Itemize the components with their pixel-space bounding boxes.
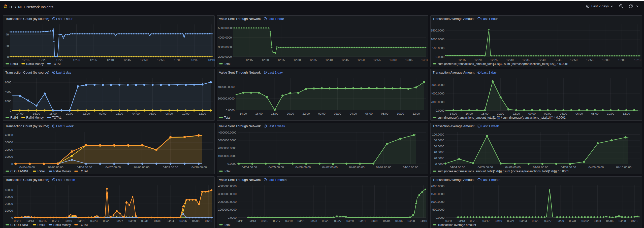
svg-text:0.0000: 0.0000 bbox=[228, 216, 237, 219]
svg-text:CLOUD-NINE: CLOUD-NINE bbox=[10, 170, 29, 173]
svg-text:03/21: 03/21 bbox=[507, 219, 514, 222]
svg-text:04/07 00:00: 04/07 00:00 bbox=[106, 166, 121, 169]
svg-text:04/02: 04/02 bbox=[371, 219, 378, 222]
svg-text:12:25: 12:25 bbox=[56, 58, 63, 61]
svg-text:Last 1 day: Last 1 day bbox=[481, 71, 497, 74]
svg-text:04/06 00:00: 04/06 00:00 bbox=[505, 166, 521, 169]
svg-text:12:15: 12:15 bbox=[22, 58, 29, 61]
svg-text:16:00: 16:00 bbox=[33, 112, 40, 115]
svg-text:03/31: 03/31 bbox=[359, 219, 366, 222]
svg-text:18:00: 18:00 bbox=[49, 112, 57, 115]
svg-text:12:55: 12:55 bbox=[157, 58, 165, 61]
svg-text:80.0000: 80.0000 bbox=[434, 139, 444, 142]
svg-text:4000000.0000: 4000000.0000 bbox=[218, 131, 236, 134]
svg-text:04/06 00:00: 04/06 00:00 bbox=[295, 166, 311, 169]
svg-text:Last 1 week: Last 1 week bbox=[56, 124, 74, 128]
svg-text:12:35: 12:35 bbox=[522, 58, 530, 61]
svg-text:03/29: 03/29 bbox=[128, 219, 136, 222]
svg-text:Last 1 month: Last 1 month bbox=[481, 178, 500, 182]
svg-text:04/10 00:00: 04/10 00:00 bbox=[191, 166, 207, 169]
svg-text:04/08 00:00: 04/08 00:00 bbox=[349, 166, 365, 169]
svg-text:00:00: 00:00 bbox=[528, 112, 536, 115]
svg-text:03/13: 03/13 bbox=[27, 219, 34, 222]
svg-text:0: 0 bbox=[11, 162, 13, 166]
svg-text:03/31: 03/31 bbox=[141, 219, 149, 222]
svg-text:12:15: 12:15 bbox=[458, 58, 466, 61]
svg-text:0.0000: 0.0000 bbox=[435, 163, 444, 166]
svg-text:Total: Total bbox=[224, 223, 230, 227]
svg-text:02:00: 02:00 bbox=[116, 112, 123, 115]
svg-text:Value Sent Through Network: Value Sent Through Network bbox=[219, 178, 261, 182]
svg-text:12:30: 12:30 bbox=[506, 58, 514, 61]
svg-text:12:25: 12:25 bbox=[277, 58, 285, 61]
svg-text:sum (increase(transactions_amo: sum (increase(transactions_amount_total[… bbox=[438, 116, 566, 119]
svg-text:0.0000: 0.0000 bbox=[228, 162, 236, 165]
svg-text:2000.0000: 2000.0000 bbox=[431, 185, 444, 188]
svg-text:00:00: 00:00 bbox=[318, 112, 326, 115]
svg-text:03/25: 03/25 bbox=[103, 219, 110, 222]
svg-text:22:00: 22:00 bbox=[513, 112, 520, 115]
svg-text:00:00: 00:00 bbox=[99, 112, 107, 115]
svg-text:04/09 00:00: 04/09 00:00 bbox=[376, 166, 392, 169]
svg-text:02:00: 02:00 bbox=[334, 112, 341, 115]
svg-text:03/29: 03/29 bbox=[557, 219, 564, 222]
svg-text:20000: 20000 bbox=[5, 148, 13, 151]
svg-text:04/04: 04/04 bbox=[594, 219, 601, 222]
svg-text:13:00: 13:00 bbox=[602, 58, 609, 61]
svg-text:30000: 30000 bbox=[5, 141, 13, 144]
svg-text:12:50: 12:50 bbox=[140, 58, 148, 61]
svg-text:Transaction Count (by source): Transaction Count (by source) bbox=[5, 17, 49, 21]
svg-text:08:00: 08:00 bbox=[591, 112, 599, 115]
svg-text:Value Sent Through Network: Value Sent Through Network bbox=[219, 71, 261, 74]
svg-text:5000.0000: 5000.0000 bbox=[218, 26, 232, 29]
svg-text:16:00: 16:00 bbox=[255, 112, 263, 115]
svg-text:500.0000: 500.0000 bbox=[432, 47, 444, 50]
svg-text:Last 1 hour: Last 1 hour bbox=[481, 17, 498, 21]
svg-text:03/13: 03/13 bbox=[458, 219, 465, 222]
svg-text:12:50: 12:50 bbox=[570, 58, 577, 61]
svg-text:1000.0000: 1000.0000 bbox=[431, 38, 444, 41]
svg-text:14:00: 14:00 bbox=[450, 112, 457, 115]
svg-text:12:30: 12:30 bbox=[73, 58, 80, 61]
svg-text:40: 40 bbox=[6, 33, 9, 36]
svg-text:04/09 00:00: 04/09 00:00 bbox=[588, 166, 604, 169]
svg-text:40.0000: 40.0000 bbox=[434, 151, 444, 154]
svg-text:4000000.0000: 4000000.0000 bbox=[218, 185, 237, 188]
svg-text:40000: 40000 bbox=[5, 188, 13, 191]
svg-text:10:00: 10:00 bbox=[607, 112, 614, 115]
svg-text:Transaction Average Amount: Transaction Average Amount bbox=[433, 17, 475, 21]
svg-text:3000000.0000: 3000000.0000 bbox=[218, 139, 236, 142]
svg-text:0.0000: 0.0000 bbox=[436, 109, 444, 112]
svg-text:03/27: 03/27 bbox=[116, 219, 123, 222]
svg-text:30000: 30000 bbox=[5, 195, 13, 198]
svg-text:04/06 00:00: 04/06 00:00 bbox=[77, 166, 92, 169]
svg-text:03/11: 03/11 bbox=[445, 219, 453, 222]
svg-text:04/05 00:00: 04/05 00:00 bbox=[269, 166, 284, 169]
svg-text:13:05: 13:05 bbox=[618, 58, 625, 61]
svg-text:08:00: 08:00 bbox=[166, 112, 173, 115]
svg-text:04/08 00:00: 04/08 00:00 bbox=[134, 166, 149, 169]
svg-text:CLOUD-NINE: CLOUD-NINE bbox=[10, 223, 29, 227]
svg-text:04/09 00:00: 04/09 00:00 bbox=[163, 166, 178, 169]
svg-text:04/04 00:00: 04/04 00:00 bbox=[450, 166, 465, 169]
svg-text:4000.0000: 4000.0000 bbox=[218, 36, 232, 39]
svg-text:Transaction Count (by source): Transaction Count (by source) bbox=[5, 71, 49, 74]
svg-text:04/06: 04/06 bbox=[606, 219, 614, 222]
svg-text:04/08 00:00: 04/08 00:00 bbox=[561, 166, 576, 169]
svg-text:04/07 00:00: 04/07 00:00 bbox=[533, 166, 548, 169]
svg-text:22:00: 22:00 bbox=[83, 112, 90, 115]
svg-text:03/27: 03/27 bbox=[334, 219, 342, 222]
svg-text:04/04: 04/04 bbox=[383, 219, 391, 222]
svg-text:04/06: 04/06 bbox=[179, 219, 187, 222]
svg-text:60.0000: 60.0000 bbox=[434, 145, 444, 148]
svg-text:03/15: 03/15 bbox=[39, 219, 47, 222]
svg-text:12:35: 12:35 bbox=[90, 58, 97, 61]
svg-text:03/23: 03/23 bbox=[310, 219, 317, 222]
svg-text:18:00: 18:00 bbox=[271, 112, 278, 115]
svg-text:Transaction Average Amount: Transaction Average Amount bbox=[433, 124, 475, 128]
svg-text:6000.0000: 6000.0000 bbox=[431, 83, 444, 86]
svg-text:Last 1 hour: Last 1 hour bbox=[268, 17, 284, 21]
svg-text:Transaction Count (by source): Transaction Count (by source) bbox=[5, 124, 49, 128]
svg-text:3000000.0000: 3000000.0000 bbox=[218, 192, 237, 196]
svg-text:03/31: 03/31 bbox=[569, 219, 576, 222]
